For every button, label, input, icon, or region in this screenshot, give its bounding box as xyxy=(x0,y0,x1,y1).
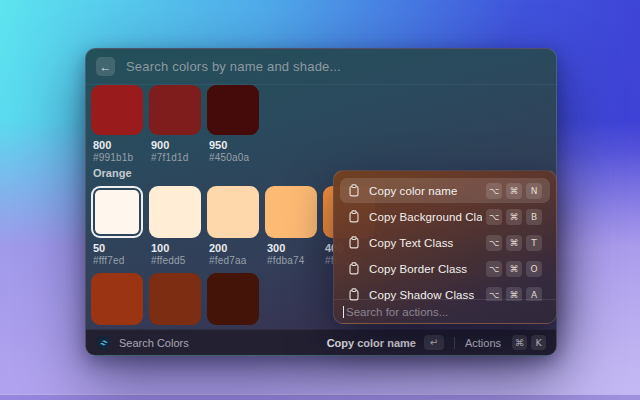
menu-item-copy-border-class[interactable]: Copy Border Class ⌥ ⌘ O xyxy=(340,256,550,281)
k-key-icon: K xyxy=(531,335,546,350)
color-swatch[interactable] xyxy=(265,186,317,238)
clipboard-icon xyxy=(348,210,360,223)
actions-menu-list: Copy color name ⌥ ⌘ N Copy Background Cl… xyxy=(340,178,550,301)
color-swatch-selected[interactable] xyxy=(91,186,143,238)
color-swatch[interactable] xyxy=(207,186,259,238)
actions-menu-panel: Copy color name ⌥ ⌘ N Copy Background Cl… xyxy=(333,170,557,324)
menu-item-copy-text-class[interactable]: Copy Text Class ⌥ ⌘ T xyxy=(340,230,550,255)
primary-action-button[interactable]: Copy color name xyxy=(327,337,416,349)
cmd-key-icon: ⌘ xyxy=(506,183,522,199)
hex-label: #7f1d1d xyxy=(151,152,201,163)
actions-button[interactable]: Actions xyxy=(465,337,501,349)
arrow-left-icon: ← xyxy=(100,61,112,73)
color-swatch[interactable] xyxy=(91,85,143,135)
clipboard-icon xyxy=(348,262,360,275)
hex-label: #991b1b xyxy=(93,152,143,163)
clipboard-icon xyxy=(348,184,360,197)
shortcut-keys: ⌥ ⌘ O xyxy=(482,261,542,277)
shade-label: 300 xyxy=(267,242,317,254)
tailwind-waves xyxy=(99,338,109,348)
tailwind-logo-icon xyxy=(96,335,111,350)
wallpaper-bottom-edge xyxy=(0,394,640,400)
cmd-key-icon: ⌘ xyxy=(512,335,527,350)
menu-item-label: Copy Text Class xyxy=(369,237,453,249)
shade-label: 800 xyxy=(93,139,143,151)
shade-label: 900 xyxy=(151,139,201,151)
color-swatch[interactable] xyxy=(149,273,201,325)
text-cursor xyxy=(343,306,344,318)
option-key-icon: ⌥ xyxy=(486,183,502,199)
search-input[interactable]: Search colors by name and shade... xyxy=(126,59,341,74)
hex-label: #fed7aa xyxy=(209,255,259,266)
shade-label: 50 xyxy=(93,242,143,254)
actions-search-input[interactable]: Search for actions... xyxy=(346,306,448,318)
menu-item-label: Copy Border Class xyxy=(369,263,467,275)
app-name: Search Colors xyxy=(119,337,189,349)
letter-key: T xyxy=(526,235,542,251)
cmd-key-icon: ⌘ xyxy=(506,209,522,225)
shortcut-keys: ⌥ ⌘ N xyxy=(482,183,542,199)
menu-item-label: Copy Background Class xyxy=(369,211,482,223)
section-header-orange: Orange xyxy=(93,167,132,179)
swatch-orange-300[interactable]: 300 #fdba74 xyxy=(265,186,317,266)
status-bar-actions: Copy color name ↵ Actions ⌘ K xyxy=(327,335,546,350)
option-key-icon: ⌥ xyxy=(486,209,502,225)
status-bar: Search Colors Copy color name ↵ Actions … xyxy=(86,329,556,355)
swatch-orange-dark-1[interactable] xyxy=(91,273,143,325)
color-swatch[interactable] xyxy=(207,273,259,325)
menu-item-label: Copy color name xyxy=(369,185,457,197)
letter-key: B xyxy=(526,209,542,225)
shortcut-keys: ⌥ ⌘ B xyxy=(482,209,542,225)
option-key-icon: ⌥ xyxy=(486,235,502,251)
orange-dark-swatch-row xyxy=(91,273,265,325)
swatch-red-900[interactable]: 900 #7f1d1d xyxy=(149,85,201,163)
swatch-orange-100[interactable]: 100 #ffedd5 xyxy=(149,186,201,266)
hex-label: #ffedd5 xyxy=(151,255,201,266)
color-swatch[interactable] xyxy=(91,273,143,325)
menu-item-copy-color-name[interactable]: Copy color name ⌥ ⌘ N xyxy=(340,178,550,203)
option-key-icon: ⌥ xyxy=(486,261,502,277)
shade-label: 950 xyxy=(209,139,259,151)
shortcut-keys: ⌥ ⌘ T xyxy=(482,235,542,251)
enter-key-icon: ↵ xyxy=(424,335,444,350)
color-swatch[interactable] xyxy=(207,85,259,135)
swatch-orange-50-selected[interactable]: 50 #fff7ed xyxy=(91,186,143,266)
color-swatch[interactable] xyxy=(149,186,201,238)
clipboard-icon xyxy=(348,236,360,249)
divider xyxy=(454,337,455,349)
menu-item-copy-background-class[interactable]: Copy Background Class ⌥ ⌘ B xyxy=(340,204,550,229)
red-swatch-row: 800 #991b1b 900 #7f1d1d 950 #450a0a xyxy=(91,85,265,163)
color-swatch[interactable] xyxy=(149,85,201,135)
search-bar: ← Search colors by name and shade... xyxy=(86,49,556,85)
swatch-red-950[interactable]: 950 #450a0a xyxy=(207,85,259,163)
cmd-key-icon: ⌘ xyxy=(506,235,522,251)
hex-label: #fdba74 xyxy=(267,255,317,266)
hex-label: #fff7ed xyxy=(93,255,143,266)
shade-label: 200 xyxy=(209,242,259,254)
swatch-red-800[interactable]: 800 #991b1b xyxy=(91,85,143,163)
cmd-key-icon: ⌘ xyxy=(506,261,522,277)
actions-search-row: Search for actions... xyxy=(334,299,556,323)
shade-label: 100 xyxy=(151,242,201,254)
hex-label: #450a0a xyxy=(209,152,259,163)
back-button[interactable]: ← xyxy=(96,57,115,76)
letter-key: N xyxy=(526,183,542,199)
letter-key: O xyxy=(526,261,542,277)
swatch-orange-200[interactable]: 200 #fed7aa xyxy=(207,186,259,266)
swatch-orange-dark-2[interactable] xyxy=(149,273,201,325)
swatch-orange-dark-3[interactable] xyxy=(207,273,259,325)
